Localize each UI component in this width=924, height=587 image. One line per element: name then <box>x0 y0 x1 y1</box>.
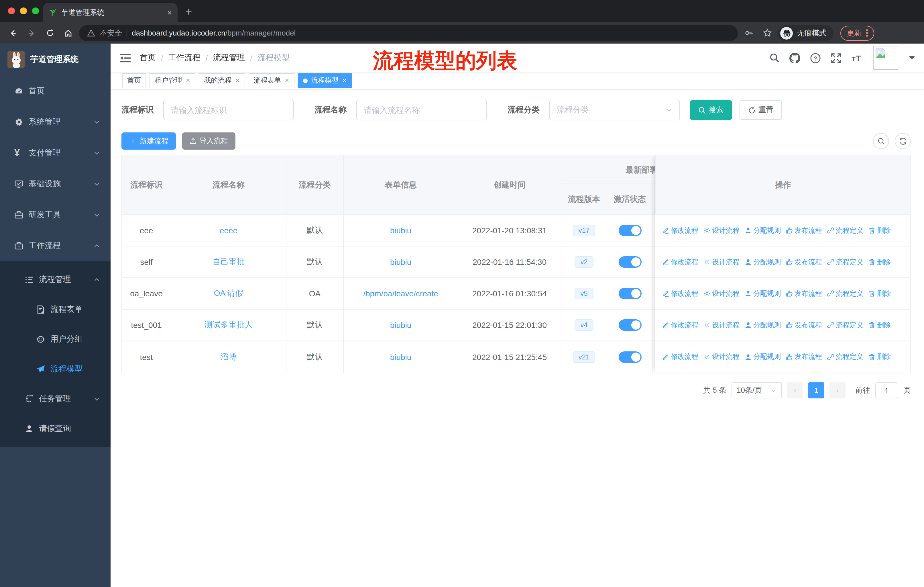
page-number-button[interactable]: 1 <box>808 382 824 398</box>
active-toggle[interactable] <box>619 351 641 362</box>
search-icon[interactable] <box>770 53 780 63</box>
next-page-button[interactable]: › <box>830 382 845 398</box>
sidebar-item-process-model[interactable]: 流程模型 <box>0 354 111 384</box>
active-toggle[interactable] <box>619 225 641 236</box>
goto-page-input[interactable] <box>875 382 898 398</box>
action-设计流程[interactable]: 设计流程 <box>703 289 739 298</box>
home-icon[interactable] <box>61 25 76 40</box>
cell-form-info[interactable]: biubiu <box>344 246 458 278</box>
tab-流程模型[interactable]: 流程模型✕ <box>298 73 352 88</box>
action-删除[interactable]: 删除 <box>868 226 891 235</box>
minimize-window-button[interactable] <box>20 7 27 14</box>
close-window-button[interactable] <box>8 7 15 14</box>
address-bar[interactable]: 不安全 dashboard.yudao.iocoder.cn/bpm/manag… <box>79 25 738 41</box>
tab-租户管理[interactable]: 租户管理✕ <box>150 73 196 88</box>
cell-model-name[interactable]: eeee <box>171 215 286 246</box>
cell-form-info[interactable]: /bpm/oa/leave/create <box>344 278 458 309</box>
font-size-icon[interactable]: ᴛT <box>851 53 861 63</box>
action-分配规则[interactable]: 分配规则 <box>745 257 781 267</box>
action-流程定义[interactable]: 流程定义 <box>827 289 863 298</box>
action-删除[interactable]: 删除 <box>868 289 891 298</box>
tab-我的流程[interactable]: 我的流程✕ <box>199 73 245 88</box>
cell-model-name[interactable]: 测试多审批人 <box>171 309 286 341</box>
sidebar-item-task-mgmt[interactable]: 任务管理 <box>0 384 111 414</box>
sidebar-item-system[interactable]: 系统管理 <box>0 107 111 137</box>
sidebar-item-workflow[interactable]: 工作流程 <box>0 230 111 261</box>
sidebar-item-user-group[interactable]: 用户分组 <box>0 324 111 354</box>
tab-首页[interactable]: 首页 <box>122 73 146 88</box>
model-name-link[interactable]: OA 请假 <box>214 288 243 299</box>
search-button[interactable]: 搜索 <box>690 100 732 120</box>
sidebar-item-payment[interactable]: ¥ 支付管理 <box>0 137 111 169</box>
action-发布流程[interactable]: 发布流程 <box>786 320 822 330</box>
form-info-link[interactable]: biubiu <box>390 352 412 361</box>
action-修改流程[interactable]: 修改流程 <box>662 226 698 235</box>
action-发布流程[interactable]: 发布流程 <box>786 226 822 235</box>
collapse-sidebar-icon[interactable] <box>120 53 130 63</box>
form-info-link[interactable]: biubiu <box>390 226 412 235</box>
model-name-input[interactable] <box>356 100 487 121</box>
breadcrumb-process-mgmt[interactable]: 流程管理 <box>213 53 245 63</box>
model-name-link[interactable]: 测试多审批人 <box>205 320 252 330</box>
action-流程定义[interactable]: 流程定义 <box>827 320 863 330</box>
avatar-caret-icon[interactable] <box>909 56 915 60</box>
action-分配规则[interactable]: 分配规则 <box>745 289 781 298</box>
cell-active-state[interactable] <box>607 246 653 278</box>
cell-active-state[interactable] <box>607 309 653 341</box>
sidebar-item-process-form[interactable]: 流程表单 <box>0 294 111 324</box>
user-avatar[interactable] <box>873 46 898 70</box>
action-删除[interactable]: 删除 <box>868 320 891 330</box>
action-分配规则[interactable]: 分配规则 <box>745 320 781 330</box>
action-发布流程[interactable]: 发布流程 <box>786 257 822 267</box>
tab-流程表单[interactable]: 流程表单✕ <box>249 73 295 88</box>
action-设计流程[interactable]: 设计流程 <box>703 320 739 330</box>
breadcrumb-workflow[interactable]: 工作流程 <box>168 53 201 63</box>
form-info-link[interactable]: /bpm/oa/leave/create <box>363 289 438 298</box>
back-icon[interactable] <box>6 25 21 40</box>
close-icon[interactable]: ✕ <box>186 78 190 84</box>
sidebar-item-infra[interactable]: 基础设施 <box>0 169 111 200</box>
action-修改流程[interactable]: 修改流程 <box>662 320 698 330</box>
create-model-button[interactable]: ＋ 新建流程 <box>121 132 176 150</box>
cell-model-name[interactable]: 滔博 <box>171 341 286 373</box>
close-icon[interactable]: ✕ <box>235 78 240 84</box>
form-info-link[interactable]: biubiu <box>390 321 412 330</box>
action-设计流程[interactable]: 设计流程 <box>703 257 739 267</box>
browser-tab[interactable]: 芋道管理系统 × <box>43 3 178 22</box>
sidebar-item-devtools[interactable]: 研发工具 <box>0 200 111 230</box>
cell-form-info[interactable]: biubiu <box>344 341 458 373</box>
cell-model-name[interactable]: 自己审批 <box>171 246 286 278</box>
maximize-window-button[interactable] <box>32 7 39 14</box>
cell-model-name[interactable]: OA 请假 <box>171 278 286 309</box>
action-发布流程[interactable]: 发布流程 <box>786 289 822 298</box>
key-icon[interactable] <box>741 25 756 40</box>
update-button[interactable]: 更新 <box>840 25 874 40</box>
show-search-button[interactable] <box>873 133 889 149</box>
cell-active-state[interactable] <box>607 215 653 246</box>
tab-close-icon[interactable]: × <box>167 8 172 17</box>
prev-page-button[interactable]: ‹ <box>787 382 803 398</box>
sidebar-item-home[interactable]: 首页 <box>0 76 111 107</box>
github-icon[interactable] <box>790 53 800 63</box>
model-name-link[interactable]: eeee <box>220 226 238 235</box>
model-name-link[interactable]: 滔博 <box>221 352 237 362</box>
browser-menu-icon[interactable] <box>866 29 868 37</box>
import-model-button[interactable]: 导入流程 <box>182 132 236 150</box>
sidebar-item-process-mgmt[interactable]: 流程管理 <box>0 265 111 294</box>
close-icon[interactable]: ✕ <box>285 78 290 84</box>
action-流程定义[interactable]: 流程定义 <box>827 352 863 362</box>
active-toggle[interactable] <box>619 319 641 331</box>
action-删除[interactable]: 删除 <box>868 257 891 267</box>
sidebar-item-leave-query[interactable]: 请假查询 <box>0 414 111 444</box>
action-分配规则[interactable]: 分配规则 <box>745 226 781 235</box>
new-tab-button[interactable]: + <box>186 6 192 18</box>
close-icon[interactable]: ✕ <box>342 78 347 84</box>
active-toggle[interactable] <box>619 256 641 268</box>
cell-form-info[interactable]: biubiu <box>344 309 458 341</box>
action-流程定义[interactable]: 流程定义 <box>827 226 863 235</box>
page-size-select[interactable]: 10条/页 <box>731 382 782 398</box>
action-修改流程[interactable]: 修改流程 <box>662 257 698 267</box>
action-修改流程[interactable]: 修改流程 <box>662 352 698 362</box>
fullscreen-icon[interactable] <box>831 53 842 63</box>
help-icon[interactable]: ? <box>810 53 821 63</box>
